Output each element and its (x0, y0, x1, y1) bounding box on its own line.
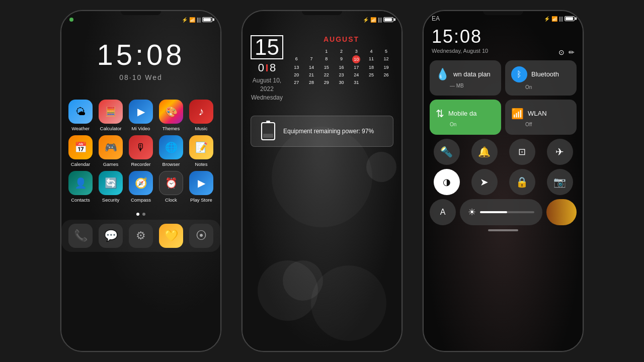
cal-cell: 21 (304, 71, 319, 78)
app-clock[interactable]: ⏰ Clock (158, 171, 184, 203)
deco-circle-3 (311, 265, 386, 341)
calendar-app-icon: 📅 (68, 135, 93, 159)
battery-phone-shape (261, 122, 275, 140)
app-themes[interactable]: 🎨 Themes (158, 100, 184, 131)
security-app-icon: 🔄 (99, 171, 123, 195)
flashlight-button[interactable]: 🔦 (434, 139, 460, 165)
cc-data-plan-header: 💧 wn data plan (436, 68, 495, 81)
letter-a-button[interactable]: A (430, 199, 456, 225)
phone3: EA ⚡ 📶 ||| 15:08 Wednesday, August 10 ⊙ … (423, 10, 584, 352)
dock-wallet[interactable]: 💛 (158, 224, 184, 248)
cal-cell: 19 (379, 64, 393, 71)
bluetooth-icon: ⚡ (182, 17, 188, 23)
cal-header (319, 45, 334, 47)
cc-data-plan-tile[interactable]: 💧 wn data plan — MB (430, 60, 501, 96)
screenshot-button[interactable]: ⊡ (509, 139, 535, 165)
calculator-app-icon: 🧮 (99, 100, 123, 124)
app-mivideo[interactable]: ▶ Mi Video (128, 100, 154, 131)
app-games[interactable]: 🎮 Games (98, 135, 124, 167)
cal-cell: 7 (304, 55, 319, 63)
cal-time-separator (266, 64, 268, 71)
bell-button[interactable]: 🔔 (471, 139, 498, 165)
weather-app-label: Weather (71, 126, 90, 131)
cc-bottom-row: A ☀ (430, 199, 577, 225)
phone1: ⚡ 📶 ||| 15:08 08·10 Wed 🌤 Weather 🧮 C (60, 10, 221, 352)
app-contacts[interactable]: 👤 Contacts (67, 171, 94, 203)
signal-icon-2: ||| (378, 17, 382, 23)
clock-app-label: Clock (165, 197, 177, 203)
dock-settings[interactable]: ⚙ (128, 224, 154, 248)
video-button[interactable]: 📷 (547, 169, 573, 195)
clock-widget: 15:08 08·10 Wed (61, 25, 220, 86)
cal-month-info: August 10, (251, 76, 283, 85)
cal-today: 10 (352, 55, 360, 63)
notes-app-label: Notes (195, 161, 208, 167)
dock-message[interactable]: 💬 (98, 224, 124, 248)
edit-icon[interactable]: ✏ (569, 48, 575, 56)
weather-app-icon: 🌤 (68, 100, 93, 124)
phone2: ⚡ 📶 ||| 15 0 8 August 10, 2022 Wednesday (242, 10, 403, 352)
app-playstore[interactable]: ▶ Play Store (188, 171, 214, 203)
brightness-track (480, 211, 534, 213)
app-security[interactable]: 🔄 Security (98, 171, 124, 203)
data-plan-sub: — MB (436, 83, 495, 88)
cal-cell: 23 (334, 71, 349, 78)
cal-cell: 3 (349, 48, 364, 55)
app-calculator[interactable]: 🧮 Calculator (98, 100, 124, 131)
dock: 📞 💬 ⚙ 💛 ⦿ (61, 220, 220, 252)
cal-date-info: August 10, 2022 Wednesday (251, 76, 283, 102)
video-icon: 📷 (553, 176, 566, 188)
mobile-data-icon: ⇅ (436, 108, 444, 120)
app-weather[interactable]: 🌤 Weather (67, 100, 94, 131)
app-compass[interactable]: 🧭 Compass (128, 171, 154, 203)
battery-icon-2 (383, 17, 393, 22)
cal-cell: 8 (319, 55, 334, 63)
mivideo-app-label: Mi Video (132, 126, 150, 131)
battery-icon (202, 17, 212, 22)
data-plan-title: wn data plan (453, 70, 491, 78)
recorder-app-label: Recorder (131, 161, 150, 167)
cal-header (304, 45, 319, 47)
app-music[interactable]: ♪ Music (188, 100, 214, 131)
volume-bar[interactable] (546, 199, 577, 225)
app-grid-row1: 🌤 Weather 🧮 Calculator ▶ Mi Video 🎨 (61, 92, 220, 211)
dark-mode-icon: ◑ (443, 176, 451, 188)
calculator-app-label: Calculator (100, 126, 122, 131)
cal-left: 15 0 8 August 10, 2022 Wednesday (251, 35, 283, 102)
dock-camera[interactable]: ⦿ (188, 224, 214, 248)
mobile-data-sub: On (436, 122, 495, 127)
mivideo-app-icon: ▶ (129, 100, 153, 124)
airplane-button[interactable]: ✈ (547, 139, 573, 165)
dark-mode-button[interactable]: ◑ (434, 169, 460, 195)
lock-rotate-button[interactable]: 🔒 (509, 169, 535, 195)
app-browser[interactable]: 🌐 Browser (158, 135, 184, 167)
cc-bluetooth-tile[interactable]: ᛒ Bluetooth On (505, 60, 577, 96)
cc-wlan-tile[interactable]: 📶 WLAN Off (505, 100, 577, 135)
lock-rotate-icon: 🔒 (516, 176, 528, 188)
wlan-title: WLAN (528, 110, 547, 117)
dock-phone[interactable]: 📞 (67, 224, 94, 248)
security-app-label: Security (102, 197, 119, 203)
cc-buttons-row1: 🔦 🔔 ⊡ ✈ (430, 139, 577, 165)
cal-day-number: 15 (251, 35, 283, 59)
playstore-app-label: Play Store (190, 197, 212, 203)
wlan-sub: Off (511, 122, 571, 127)
cc-wlan-header: 📶 WLAN (511, 108, 571, 120)
cal-cell: 2 (334, 48, 349, 55)
app-notes[interactable]: 📝 Notes (188, 135, 214, 167)
brightness-fill (480, 211, 507, 213)
timer-icon[interactable]: ⊙ (558, 48, 565, 56)
cc-mobile-data-tile[interactable]: ⇅ Mobile da On (430, 100, 501, 135)
deco-circle-5 (272, 127, 372, 227)
cal-cell (364, 79, 379, 86)
cal-cell (289, 48, 304, 55)
brightness-bar[interactable]: ☀ (460, 199, 542, 225)
app-calendar[interactable]: 📅 Calendar (67, 135, 94, 167)
location-button[interactable]: ➤ (471, 169, 498, 195)
app-recorder[interactable]: 🎙 Recorder (128, 135, 154, 167)
clock-time: 15:08 (61, 40, 220, 69)
wallet-dock-icon: 💛 (159, 224, 183, 248)
signal-status-icon: ||| (559, 16, 563, 22)
cal-cell: 9 (334, 55, 349, 63)
cc-header-icons: ⊙ ✏ (558, 48, 575, 56)
